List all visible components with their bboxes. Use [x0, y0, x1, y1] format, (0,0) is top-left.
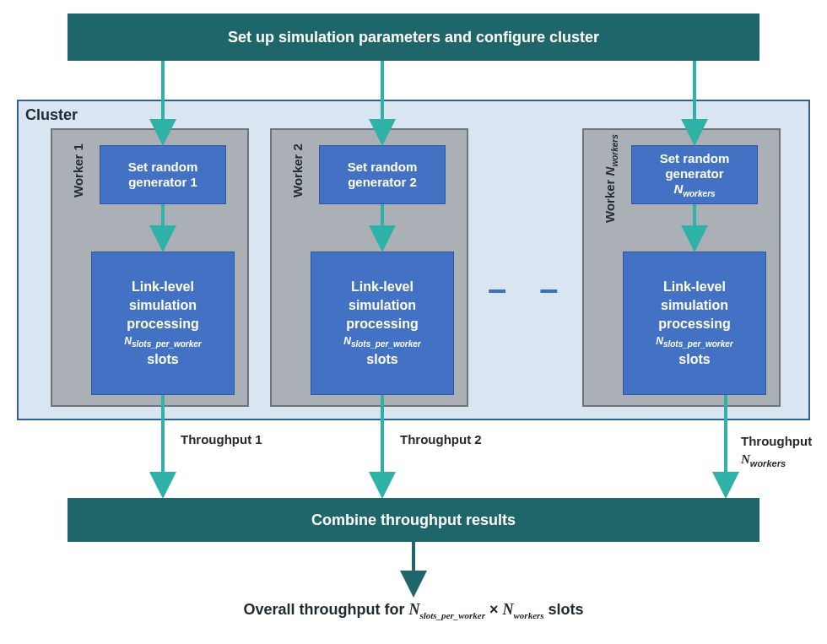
w1-proc-l2: simulation — [129, 298, 197, 312]
wN-proc-math: Nslots_per_worker — [656, 334, 733, 350]
worker-n-processing: Link-level simulation processing Nslots_… — [623, 252, 766, 395]
w1-gen-l1: Set random — [128, 160, 198, 174]
setup-bar: Set up simulation parameters and configu… — [68, 14, 759, 61]
worker-1-generator: Set random generator 1 — [100, 145, 226, 204]
throughput-n-label: Throughput Nworkers — [741, 432, 825, 470]
worker-1-processing: Link-level simulation processing Nslots_… — [91, 252, 235, 395]
wN-gen-l2: generator — [665, 166, 723, 181]
cluster-label: Cluster — [25, 106, 78, 124]
w2-proc-l3: processing — [346, 317, 418, 331]
w2-gen-l2: generator 2 — [348, 175, 417, 189]
w2-proc-l5: slots — [366, 352, 397, 366]
w2-proc-l1: Link-level — [351, 279, 414, 294]
wN-proc-l1: Link-level — [663, 279, 726, 294]
combine-bar-label: Combine throughput results — [311, 511, 516, 529]
diagram-root: { "top": { "title": "Set up simulation p… — [0, 0, 827, 644]
wN-proc-l3: processing — [658, 317, 730, 331]
throughput-2-label: Throughput 2 — [400, 432, 482, 446]
worker-n-generator: Set random generator Nworkers — [631, 145, 758, 204]
w1-proc-l5: slots — [147, 352, 178, 366]
throughput-1-label: Throughput 1 — [181, 432, 262, 446]
combine-bar: Combine throughput results — [68, 498, 759, 542]
w1-proc-math: Nslots_per_worker — [124, 334, 202, 350]
wN-gen-l1: Set random — [660, 151, 730, 165]
worker-n-label: Worker Nworkers — [603, 134, 619, 223]
wN-proc-l2: simulation — [661, 298, 728, 312]
w2-proc-math: Nslots_per_worker — [343, 334, 421, 350]
w2-gen-l1: Set random — [348, 160, 418, 174]
worker-1-label: Worker 1 — [71, 143, 85, 198]
overall-throughput-text: Overall throughput for Nslots_per_worker… — [0, 601, 827, 620]
w1-gen-l2: generator 1 — [128, 175, 197, 189]
w1-proc-l1: Link-level — [132, 279, 194, 294]
worker-2-generator: Set random generator 2 — [319, 145, 446, 204]
wN-proc-l5: slots — [678, 352, 710, 366]
worker-2-label: Worker 2 — [290, 143, 305, 198]
w1-proc-l3: processing — [127, 317, 198, 331]
worker-2-processing: Link-level simulation processing Nslots_… — [311, 252, 454, 395]
setup-bar-label: Set up simulation parameters and configu… — [228, 29, 599, 46]
w2-proc-l2: simulation — [349, 298, 416, 312]
